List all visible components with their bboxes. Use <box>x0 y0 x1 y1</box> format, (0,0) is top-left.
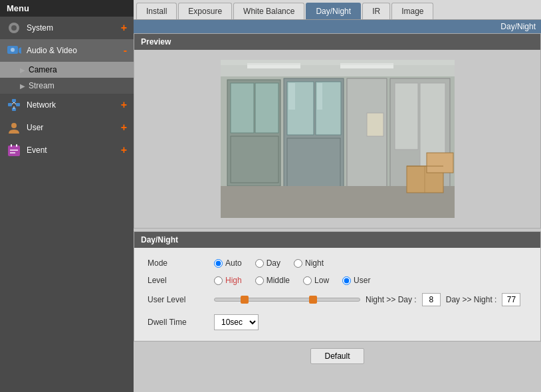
night-to-day-label: Night >> Day : <box>366 295 417 304</box>
sidebar: Menu System + Audio & Video - ▶ C <box>0 0 134 392</box>
svg-rect-16 <box>10 149 18 151</box>
svg-rect-41 <box>367 113 383 136</box>
preview-header: Preview <box>134 34 540 50</box>
sidebar-item-av-label: Audio & Video <box>27 46 124 55</box>
user-icon <box>7 120 21 135</box>
sidebar-system-expand[interactable]: + <box>121 22 127 34</box>
level-low-radio[interactable]: Low <box>303 276 329 285</box>
svg-rect-40 <box>317 83 322 110</box>
camera-arrow-icon: ▶ <box>20 66 25 74</box>
mode-day-input[interactable] <box>255 259 264 268</box>
page-title: Day/Night <box>134 20 541 33</box>
event-icon <box>7 143 21 157</box>
svg-line-9 <box>12 102 14 104</box>
level-controls: High Middle Low <box>214 276 370 285</box>
mode-night-input[interactable] <box>294 259 302 268</box>
svg-rect-5 <box>8 103 12 106</box>
system-icon <box>7 21 21 35</box>
level-low-input[interactable] <box>303 276 312 285</box>
mode-auto-radio[interactable]: Auto <box>214 258 242 268</box>
user-level-label: User Level <box>148 295 214 304</box>
tab-ir[interactable]: IR <box>362 3 390 19</box>
preview-section: Preview <box>134 33 541 229</box>
tab-image[interactable]: Image <box>391 3 433 19</box>
sidebar-subitem-camera-label: Camera <box>29 65 57 74</box>
level-middle-label: Middle <box>267 276 290 285</box>
level-user-radio[interactable]: User <box>342 276 370 285</box>
level-middle-input[interactable] <box>255 276 264 285</box>
sidebar-user-expand[interactable]: + <box>121 122 127 134</box>
dwell-time-row: Dwell Time 1sec 2sec 5sec 10sec 30sec 60… <box>148 310 527 334</box>
sidebar-item-user[interactable]: User + <box>0 116 134 139</box>
preview-image <box>221 60 455 218</box>
svg-rect-42 <box>221 60 455 65</box>
sidebar-item-system[interactable]: System + <box>0 17 134 39</box>
mode-controls: Auto Day Night <box>214 258 324 268</box>
mode-row: Mode Auto Day <box>148 254 527 272</box>
slider-thumb-left[interactable] <box>241 296 249 304</box>
svg-rect-23 <box>231 83 254 133</box>
sidebar-event-expand[interactable]: + <box>121 144 127 156</box>
daynight-section: Day/Night Mode Auto Day <box>134 231 541 342</box>
level-middle-radio[interactable]: Middle <box>255 276 290 285</box>
content-area: Preview <box>134 33 541 392</box>
level-label: Level <box>148 276 214 285</box>
sidebar-item-event-label: Event <box>27 146 121 155</box>
svg-point-4 <box>11 48 15 52</box>
tab-day-night[interactable]: Day/Night <box>306 3 361 19</box>
mode-auto-input[interactable] <box>214 259 223 268</box>
svg-rect-17 <box>10 152 15 153</box>
svg-marker-3 <box>19 47 21 54</box>
slider-thumb-right[interactable] <box>309 296 317 304</box>
default-button[interactable]: Default <box>310 348 364 364</box>
dwell-time-controls: 1sec 2sec 5sec 10sec 30sec 60sec <box>214 314 259 330</box>
svg-rect-15 <box>16 144 17 147</box>
sidebar-network-expand[interactable]: + <box>121 99 127 111</box>
level-user-label: User <box>354 276 370 285</box>
tab-install[interactable]: Install <box>136 3 177 19</box>
svg-rect-39 <box>288 83 295 110</box>
svg-rect-25 <box>231 136 278 183</box>
svg-point-1 <box>11 25 17 31</box>
mode-auto-label: Auto <box>225 258 242 268</box>
mode-night-label: Night <box>305 258 324 268</box>
stream-arrow-icon: ▶ <box>20 82 25 90</box>
main-content: Install Exposure White Balance Day/Night… <box>134 0 541 392</box>
mode-night-radio[interactable]: Night <box>294 258 324 268</box>
mode-day-radio[interactable]: Day <box>255 258 280 268</box>
button-row: Default <box>134 342 541 371</box>
sidebar-subitem-stream-label: Stream <box>29 81 54 90</box>
day-to-night-label: Day >> Night : <box>446 295 497 304</box>
sidebar-item-av[interactable]: Audio & Video - <box>0 39 134 62</box>
level-low-label: Low <box>314 276 329 285</box>
svg-rect-32 <box>395 83 418 149</box>
day-to-night-value[interactable]: 77 <box>502 293 520 306</box>
sidebar-subitem-stream[interactable]: ▶ Stream <box>0 78 134 94</box>
dwell-time-select[interactable]: 1sec 2sec 5sec 10sec 30sec 60sec <box>214 314 259 330</box>
tab-white-balance[interactable]: White Balance <box>233 3 304 19</box>
preview-area <box>134 50 540 228</box>
user-level-row: User Level Night >> Day : 8 Day >> Night… <box>148 289 527 310</box>
mode-day-label: Day <box>267 258 280 268</box>
level-high-input[interactable] <box>214 276 223 285</box>
night-to-day-value[interactable]: 8 <box>422 293 441 306</box>
sidebar-subitem-camera[interactable]: ▶ Camera <box>0 62 134 78</box>
daynight-header: Day/Night <box>134 232 540 248</box>
sidebar-item-event[interactable]: Event + <box>0 139 134 161</box>
level-user-input[interactable] <box>342 276 351 285</box>
user-level-slider[interactable] <box>214 298 360 302</box>
sidebar-item-network-label: Network <box>27 100 121 110</box>
sidebar-item-network[interactable]: Network + <box>0 94 134 116</box>
tab-bar: Install Exposure White Balance Day/Night… <box>134 0 541 20</box>
slider-container: Night >> Day : 8 Day >> Night : 77 <box>214 293 520 306</box>
sidebar-item-user-label: User <box>27 123 121 132</box>
svg-rect-14 <box>11 144 12 147</box>
sidebar-av-collapse[interactable]: - <box>124 45 127 56</box>
level-high-radio[interactable]: High <box>214 276 242 285</box>
dwell-time-label: Dwell Time <box>148 318 214 327</box>
network-icon <box>7 98 21 112</box>
tab-exposure[interactable]: Exposure <box>178 3 232 19</box>
svg-rect-7 <box>16 103 20 106</box>
level-row: Level High Middle <box>148 272 527 289</box>
svg-rect-24 <box>255 83 278 133</box>
